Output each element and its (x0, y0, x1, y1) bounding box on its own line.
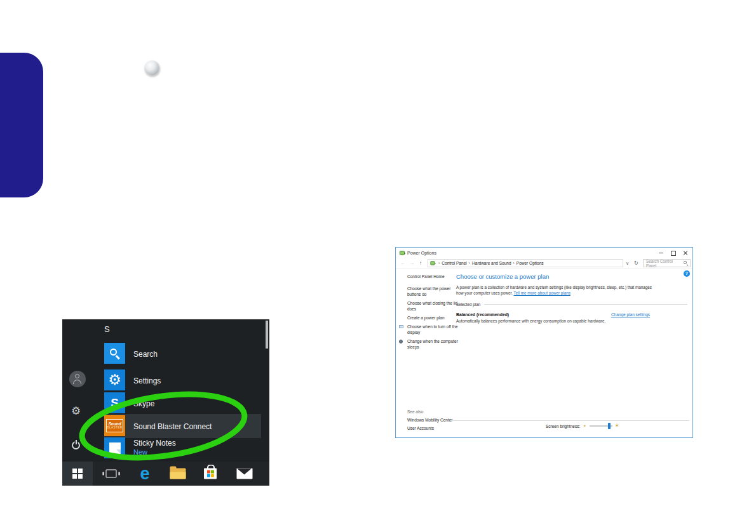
sleep-icon (399, 340, 403, 343)
edge-button[interactable]: e (140, 465, 149, 482)
power-rail-icon[interactable] (72, 440, 81, 449)
user-accounts-link[interactable]: User Accounts (407, 426, 453, 430)
sidebar-item-closing-lid[interactable]: Choose what closing the lid does (401, 301, 459, 312)
power-icon-bar (76, 440, 77, 444)
app-list-section-header: S (104, 324, 110, 334)
taskbar: e (62, 462, 269, 486)
minimize-button[interactable] (655, 248, 667, 258)
sound-blaster-tile: Sound BLASTER (104, 415, 125, 436)
start-item-label: Skype (133, 399, 154, 408)
start-menu: ⚙ S Search ⚙ Settings S Skype (62, 319, 269, 486)
screen-brightness-control: Screen brightness: ☀ ☀ (546, 423, 619, 429)
selected-plan-header: Selected plan (456, 302, 687, 307)
start-menu-rail: ⚙ (62, 319, 93, 462)
start-button[interactable] (62, 462, 93, 486)
start-item-label: Search (133, 350, 158, 359)
sound-blaster-icon: Sound BLASTER (106, 419, 123, 432)
maximize-button[interactable] (667, 248, 679, 258)
see-also-section: See also Windows Mobility Center User Ac… (407, 409, 453, 434)
task-view-icon (106, 470, 117, 478)
folder-icon (170, 469, 186, 479)
sidebar-item-label: Change when the computer sleeps (407, 339, 458, 349)
sidebar-item-turn-off-display[interactable]: Choose when to turn off the display (401, 324, 459, 336)
breadcrumb-control-panel[interactable]: Control Panel (442, 261, 466, 265)
breadcrumb-hardware-and-sound[interactable]: Hardware and Sound (472, 261, 511, 265)
gear-icon: ⚙ (108, 373, 121, 387)
crumb-sep-icon: › (438, 261, 440, 265)
brightness-slider[interactable] (590, 425, 612, 427)
skype-icon: S (111, 396, 119, 410)
user-avatar[interactable] (69, 371, 86, 387)
brightness-bright-icon: ☀ (615, 423, 619, 429)
start-item-search[interactable]: Search (104, 343, 263, 366)
sidebar-item-label: Choose when to turn off the display (407, 324, 458, 335)
search-icon (110, 349, 120, 359)
search-input[interactable]: Search Control Panel (643, 259, 691, 267)
skype-tile: S (104, 392, 125, 413)
start-item-label: Sound Blaster Connect (133, 422, 212, 431)
user-icon-body (73, 380, 81, 384)
store-button[interactable] (204, 469, 217, 479)
start-item-skype[interactable]: S Skype (104, 392, 263, 415)
tell-me-more-link[interactable]: Tell me more about power plans (514, 291, 570, 295)
brightness-dim-icon: ☀ (583, 424, 586, 428)
breadcrumb-icon (430, 261, 435, 265)
refresh-icon[interactable]: ↻ (634, 258, 638, 268)
search-placeholder: Search Control Panel (646, 259, 684, 268)
close-button[interactable] (679, 248, 691, 258)
page-margin-tab (0, 53, 43, 197)
power-plan-content: Choose or customize a power plan A power… (456, 273, 687, 324)
title-bar[interactable]: Power Options (396, 248, 692, 258)
address-bar[interactable]: › Control Panel › Hardware and Sound › P… (428, 259, 623, 267)
settings-tile: ⚙ (104, 369, 125, 390)
task-view-button[interactable] (106, 470, 117, 478)
sidebar-item-power-buttons[interactable]: Choose what the power buttons do (401, 286, 459, 298)
start-menu-scrollbar[interactable] (266, 321, 268, 349)
plan-row: Balanced (recommended) Change plan setti… (456, 312, 650, 317)
page-title: Choose or customize a power plan (456, 273, 687, 280)
plan-description: Automatically balances performance with … (456, 318, 687, 324)
sidebar-item-control-panel-home[interactable]: Control Panel Home (401, 274, 459, 280)
display-icon (399, 325, 403, 328)
mail-icon (237, 469, 253, 479)
search-icon (684, 261, 688, 265)
breadcrumb-power-options[interactable]: Power Options (516, 261, 544, 265)
sidebar-item-create-plan[interactable]: Create a power plan (401, 316, 459, 321)
mail-button[interactable] (237, 469, 253, 479)
power-options-app-icon (400, 251, 405, 255)
sidebar-item-computer-sleeps[interactable]: Change when the computer sleeps (401, 339, 459, 350)
navigation-bar: ← → ↑ › Control Panel › Hardware and Sou… (396, 258, 692, 269)
brightness-label: Screen brightness: (546, 424, 580, 429)
sticky-note-icon (109, 442, 121, 454)
settings-rail-icon[interactable]: ⚙ (71, 406, 81, 416)
brightness-slider-thumb[interactable] (608, 423, 611, 429)
selected-plan-label: Selected plan (456, 302, 480, 307)
start-item-sound-blaster-connect[interactable]: Sound BLASTER Sound Blaster Connect (104, 415, 263, 438)
sb-badge-line2: BLASTER (107, 427, 122, 430)
power-options-window: Power Options ← → ↑ › Control Panel › Ha… (395, 247, 693, 438)
forward-button[interactable]: → (409, 258, 414, 268)
file-explorer-button[interactable] (170, 469, 186, 479)
windows-mobility-center-link[interactable]: Windows Mobility Center (407, 418, 453, 422)
control-panel-sidebar: Control Panel Home Choose what the power… (401, 274, 459, 354)
divider (484, 304, 687, 305)
new-badge: New (133, 448, 147, 456)
volume-knob-image (144, 60, 159, 76)
start-item-settings[interactable]: ⚙ Settings (104, 369, 263, 392)
plan-name: Balanced (recommended) (456, 312, 509, 317)
window-title: Power Options (407, 251, 436, 255)
see-also-label: See also (407, 409, 453, 414)
crumb-sep-icon: › (469, 261, 470, 265)
intro-line1: A power plan is a collection of hardware… (456, 285, 652, 289)
start-item-sticky-notes[interactable]: Sticky Notes New (104, 437, 263, 460)
intro-line2: how your computer uses power. (456, 291, 513, 295)
sticky-notes-tile (104, 437, 125, 458)
start-item-label: Sticky Notes (133, 439, 176, 448)
change-plan-settings-link[interactable]: Change plan settings (611, 312, 650, 317)
search-tile (104, 343, 125, 364)
up-button[interactable]: ↑ (419, 258, 422, 268)
back-button[interactable]: ← (400, 258, 405, 268)
windows-logo-icon (72, 469, 83, 479)
address-dropdown-icon[interactable]: ∨ (626, 258, 629, 268)
crumb-sep-icon: › (513, 261, 515, 265)
